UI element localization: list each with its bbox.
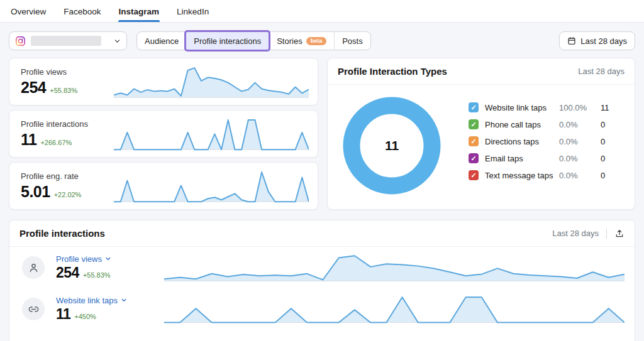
link-icon xyxy=(28,303,40,315)
tab-instagram[interactable]: Instagram xyxy=(118,1,160,22)
panel-date-range: Last 28 days xyxy=(578,67,625,76)
instagram-icon xyxy=(15,36,26,46)
chevron-down-icon xyxy=(105,256,111,262)
avatar xyxy=(22,256,45,279)
metric-delta: +266.67% xyxy=(40,139,72,146)
subtab-stories[interactable]: Stories beta xyxy=(269,32,334,50)
chevron-down-icon xyxy=(114,38,121,45)
avatar xyxy=(22,298,45,320)
checkbox-phone-call-taps[interactable]: ✓ xyxy=(469,119,479,129)
legend-percent: 0.0% xyxy=(559,154,592,163)
metric-delta: +55.83% xyxy=(50,87,77,94)
metric-row-profile-views: Profile views 254 +55.83% xyxy=(9,247,635,288)
divider xyxy=(606,229,607,239)
profile-interactions-panel: Profile interactions Last 28 days xyxy=(9,220,635,341)
metric-label: Profile views xyxy=(21,67,114,77)
metric-selector-website-link-taps[interactable]: Website link taps xyxy=(56,296,127,305)
legend-label: Phone call taps xyxy=(485,120,559,129)
legend-percent: 0.0% xyxy=(559,171,592,180)
beta-badge: beta xyxy=(306,37,327,45)
network-tabs: Overview Facebook Instagram LinkedIn xyxy=(0,0,644,23)
profile-interactions-sparkline xyxy=(114,116,309,151)
metric-delta: +55.83% xyxy=(83,271,111,279)
profile-eng-rate-sparkline xyxy=(114,168,309,203)
person-icon xyxy=(28,262,40,274)
tab-linkedin[interactable]: LinkedIn xyxy=(176,1,209,22)
metric-value: 11 xyxy=(56,306,70,323)
panel-title: Profile interactions xyxy=(19,228,105,239)
legend-percent: 0.0% xyxy=(559,137,592,146)
subtab-audience[interactable]: Audience xyxy=(137,32,186,50)
date-range-label: Last 28 days xyxy=(580,36,627,46)
export-icon xyxy=(614,229,625,239)
checkbox-text-message-taps[interactable]: ✓ xyxy=(469,170,479,180)
metric-value: 5.01 xyxy=(21,183,50,201)
legend-count: 0 xyxy=(601,120,617,129)
legend-row: ✓ Phone call taps 0.0% 0 xyxy=(469,119,617,129)
panel-date-range: Last 28 days xyxy=(552,229,599,238)
legend-percent: 100.0% xyxy=(559,103,592,112)
interaction-types-legend: ✓ Website link taps 100.0% 11 ✓ Phone ca… xyxy=(469,102,617,180)
legend-row: ✓ Website link taps 100.0% 11 xyxy=(469,102,617,112)
legend-label: Email taps xyxy=(485,154,559,163)
tab-facebook[interactable]: Facebook xyxy=(63,1,101,22)
chevron-down-icon xyxy=(121,297,127,303)
metric-value: 254 xyxy=(56,264,79,281)
checkbox-directions-taps[interactable]: ✓ xyxy=(469,136,479,146)
profile-interactions-card[interactable]: Profile interactions 11 +266.67% xyxy=(9,110,318,158)
metric-value: 254 xyxy=(21,78,46,97)
metric-selector-label: Website link taps xyxy=(56,296,118,305)
legend-row: ✓ Directions taps 0.0% 0 xyxy=(469,136,617,146)
subtab-stories-label: Stories xyxy=(277,36,302,46)
legend-count: 0 xyxy=(601,171,617,180)
metric-selector-label: Profile views xyxy=(56,254,102,264)
tab-overview[interactable]: Overview xyxy=(10,1,47,22)
bottom-website-link-taps-chart xyxy=(164,294,625,324)
legend-label: Directions taps xyxy=(485,137,559,146)
legend-count: 0 xyxy=(601,137,617,146)
legend-percent: 0.0% xyxy=(559,120,592,129)
report-subtabs: Audience Profile interactions Stories be… xyxy=(136,31,371,50)
legend-label: Text message taps xyxy=(485,171,559,180)
legend-count: 11 xyxy=(601,103,617,112)
panel-title: Profile Interaction Types xyxy=(338,66,447,77)
metric-delta: +450% xyxy=(74,313,96,320)
legend-row: ✓ Text message taps 0.0% 0 xyxy=(469,170,617,180)
calendar-icon xyxy=(567,36,576,45)
metric-label: Profile interactions xyxy=(21,119,114,129)
metric-cards-column: Profile views 254 +55.83% Profile intera… xyxy=(9,58,318,210)
profile-views-card[interactable]: Profile views 254 +55.83% xyxy=(9,58,318,106)
subtab-profile-interactions[interactable]: Profile interactions xyxy=(186,32,269,50)
donut-total: 11 xyxy=(341,95,442,196)
export-button[interactable] xyxy=(614,229,625,239)
donut-chart[interactable]: 11 xyxy=(341,95,442,196)
bottom-profile-views-chart xyxy=(164,252,625,283)
profile-views-sparkline xyxy=(114,64,309,99)
metric-label: Profile eng. rate xyxy=(21,171,114,181)
legend-row: ✓ Email taps 0.0% 0 xyxy=(469,153,617,163)
account-selector[interactable] xyxy=(9,31,127,50)
date-range-button[interactable]: Last 28 days xyxy=(559,31,635,50)
profile-interaction-types-panel: Profile Interaction Types Last 28 days 1… xyxy=(327,58,635,210)
metric-selector-profile-views[interactable]: Profile views xyxy=(56,254,111,264)
checkbox-email-taps[interactable]: ✓ xyxy=(469,153,479,163)
subtab-posts[interactable]: Posts xyxy=(334,32,370,50)
legend-count: 0 xyxy=(601,154,617,163)
toolbar: Audience Profile interactions Stories be… xyxy=(9,31,635,50)
metric-value: 11 xyxy=(21,131,36,149)
metric-row-website-link-taps: Website link taps 11 +450% xyxy=(9,288,635,330)
checkbox-website-link-taps[interactable]: ✓ xyxy=(469,102,479,112)
account-name-redacted xyxy=(31,36,101,46)
profile-eng-rate-card[interactable]: Profile eng. rate 5.01 +22.02% xyxy=(9,162,318,210)
legend-label: Website link taps xyxy=(485,103,559,112)
metric-delta: +22.02% xyxy=(54,191,82,198)
